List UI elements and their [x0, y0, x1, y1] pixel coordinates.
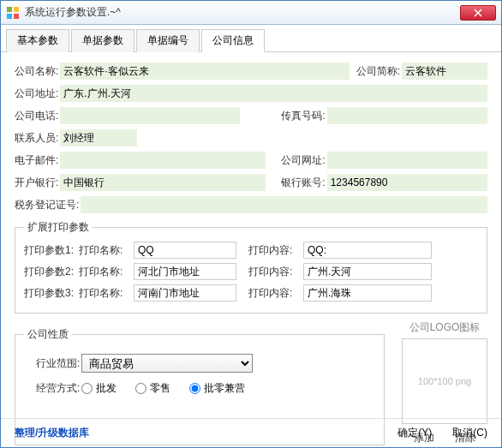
svg-rect-3: [14, 14, 19, 19]
website-label: 公司网址:: [281, 153, 325, 168]
mode-radio-2[interactable]: [189, 383, 200, 394]
contact-input[interactable]: [60, 129, 137, 146]
bank-input[interactable]: [60, 174, 266, 191]
tab-content: 公司名称: 公司简称: 公司地址: 公司电话: 传真号码: 联系人员: 电子邮件…: [1, 52, 501, 448]
mode-text: 零售: [150, 381, 170, 396]
tab-bill[interactable]: 单据参数: [71, 29, 134, 52]
mode-option-1[interactable]: 零售: [135, 381, 170, 396]
email-label: 电子邮件:: [15, 153, 58, 168]
print-name-input-2[interactable]: [134, 284, 236, 302]
taxno-label: 税务登记证号:: [15, 198, 79, 212]
app-icon: [6, 6, 20, 20]
website-input[interactable]: [327, 152, 487, 169]
print-name-input-0[interactable]: [134, 242, 236, 259]
svg-rect-0: [7, 7, 12, 12]
tab-company[interactable]: 公司信息: [201, 29, 265, 52]
titlebar: 系统运行参数设置.~^: [1, 1, 501, 25]
mode-option-0[interactable]: 批发: [81, 381, 117, 396]
print-content-input-1[interactable]: [303, 263, 432, 280]
mode-text: 批发: [96, 381, 117, 396]
company-tel-label: 公司电话:: [15, 109, 58, 123]
fax-input[interactable]: [327, 107, 487, 124]
svg-rect-2: [7, 14, 12, 19]
taxno-input[interactable]: [81, 196, 487, 213]
print-name-label: 打印名称:: [79, 265, 128, 279]
print-name-label: 打印名称:: [79, 286, 128, 301]
bank-label: 开户银行:: [15, 176, 58, 190]
logo-box[interactable]: 100*100 png: [402, 338, 487, 424]
print-ext-legend: 扩展打印参数: [24, 220, 93, 235]
tab-billno[interactable]: 单据编号: [136, 29, 200, 52]
bank-account-input[interactable]: [327, 174, 487, 191]
print-ext-group: 扩展打印参数 打印参数1:打印名称:打印内容:打印参数2:打印名称:打印内容:打…: [15, 220, 487, 314]
print-content-label: 打印内容:: [248, 243, 298, 258]
logo-placeholder: 100*100 png: [418, 376, 471, 386]
print-param-label: 打印参数1:: [24, 243, 74, 258]
close-icon: [474, 9, 482, 17]
industry-label: 行业范围:: [36, 356, 80, 371]
print-name-input-1[interactable]: [134, 263, 236, 280]
company-nature-legend: 公司性质: [24, 327, 72, 342]
mode-text: 批零兼营: [204, 381, 245, 396]
industry-select[interactable]: 商品贸易: [81, 354, 253, 373]
tab-bar: 基本参数 单据参数 单据编号 公司信息: [1, 25, 501, 52]
mode-radio-group: 批发零售批零兼营: [81, 381, 260, 396]
mode-label: 经营方式:: [36, 381, 80, 396]
window-title: 系统运行参数设置.~^: [25, 5, 460, 20]
bank-account-label: 银行账号:: [281, 176, 325, 190]
print-content-input-2[interactable]: [303, 284, 432, 302]
email-input[interactable]: [60, 152, 266, 169]
print-content-label: 打印内容:: [248, 265, 298, 279]
dialog-window: 系统运行参数设置.~^ 基本参数 单据参数 单据编号 公司信息 公司名称: 公司…: [0, 0, 502, 448]
company-short-input[interactable]: [402, 63, 487, 80]
company-addr-label: 公司地址:: [15, 87, 58, 101]
close-button[interactable]: [460, 5, 496, 21]
print-content-input-0[interactable]: [303, 242, 432, 259]
company-addr-input[interactable]: [60, 85, 487, 102]
cancel-button[interactable]: 取消(C): [452, 426, 487, 440]
company-name-input[interactable]: [60, 63, 349, 80]
ok-button[interactable]: 确定(Y): [397, 426, 432, 440]
company-tel-input[interactable]: [60, 107, 240, 124]
print-param-label: 打印参数3:: [24, 286, 74, 301]
logo-label: 公司LOGO图标: [402, 320, 487, 335]
svg-rect-1: [14, 7, 19, 12]
mode-radio-0[interactable]: [81, 383, 93, 394]
fax-label: 传真号码:: [281, 109, 325, 123]
mode-radio-1[interactable]: [135, 383, 146, 394]
print-content-label: 打印内容:: [248, 286, 298, 301]
company-short-label: 公司简称:: [356, 64, 400, 79]
mode-option-2[interactable]: 批零兼营: [189, 381, 245, 396]
tab-basic[interactable]: 基本参数: [6, 29, 69, 52]
footer: 整理/升级数据库 确定(Y) 取消(C): [1, 418, 501, 447]
company-name-label: 公司名称:: [15, 64, 58, 79]
print-name-label: 打印名称:: [79, 243, 128, 258]
maintain-db-link[interactable]: 整理/升级数据库: [15, 426, 89, 440]
print-param-label: 打印参数2:: [24, 265, 74, 279]
contact-label: 联系人员:: [15, 131, 58, 146]
